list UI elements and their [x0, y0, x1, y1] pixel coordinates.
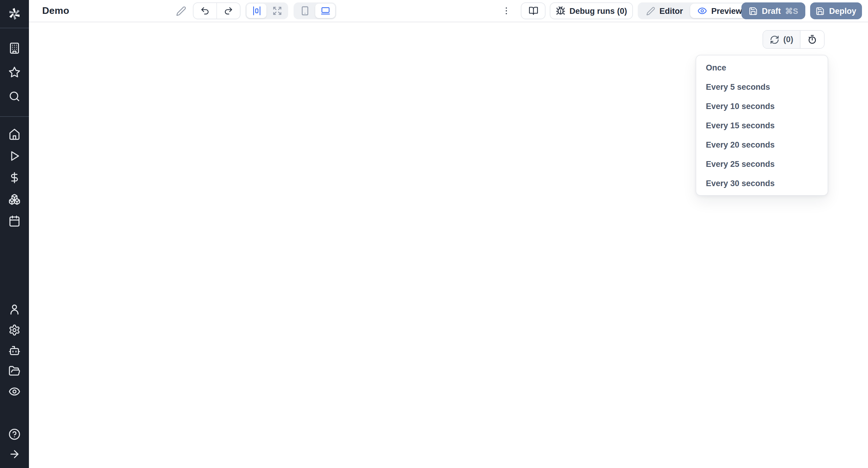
undo-button[interactable] [193, 3, 216, 19]
debug-runs-count: (0) [617, 6, 627, 15]
sidebar-item-variables[interactable] [8, 172, 21, 184]
star-icon [8, 66, 21, 78]
editor-tab-label: Editor [659, 6, 683, 15]
open-book-icon [528, 6, 538, 16]
pencil-icon [646, 6, 655, 15]
refresh-button[interactable]: (0) [763, 31, 801, 48]
more-options-button[interactable] [500, 2, 513, 19]
undo-icon [200, 6, 210, 16]
help-circle-icon [8, 428, 21, 440]
editor-tab[interactable]: Editor [639, 4, 690, 18]
rename-app-button[interactable] [174, 2, 188, 19]
menu-item-every-20s[interactable]: Every 20 seconds [696, 135, 828, 154]
robot-icon [8, 344, 21, 357]
boxes-icon [8, 193, 21, 205]
debug-runs-label: Debug runs [569, 6, 615, 15]
dollar-icon [8, 172, 21, 184]
centered-layout-button[interactable] [247, 4, 267, 18]
sidebar-item-users[interactable] [8, 304, 21, 315]
menu-item-every-15s[interactable]: Every 15 seconds [696, 115, 828, 135]
play-icon [8, 150, 21, 162]
sidebar-divider-middle [0, 116, 29, 117]
preview-tab-label: Preview [711, 6, 742, 15]
windmill-logo[interactable] [0, 0, 29, 28]
gear-icon [8, 324, 21, 336]
menu-item-every-30s[interactable]: Every 30 seconds [696, 173, 828, 193]
kebab-menu-icon [501, 6, 511, 16]
app-canvas: (0) Once Every 5 seconds Every 10 second… [29, 22, 868, 468]
timer-icon [807, 34, 817, 44]
sidebar-item-runs[interactable] [8, 150, 21, 162]
preview-tab[interactable]: Preview [690, 4, 749, 18]
device-toggle [293, 2, 336, 19]
debug-runs-button[interactable]: Debug runs (0) [550, 2, 633, 19]
sidebar-divider-top [0, 28, 29, 28]
save-icon [816, 6, 825, 15]
mobile-view-button[interactable] [295, 4, 315, 18]
arrow-right-icon [8, 448, 21, 460]
windmill-logo-icon [7, 6, 22, 22]
sidebar-item-settings[interactable] [8, 324, 21, 336]
folder-open-icon [8, 365, 21, 377]
sidebar-item-folders[interactable] [8, 365, 21, 377]
full-width-layout-button[interactable] [267, 4, 287, 18]
refresh-interval-menu: Once Every 5 seconds Every 10 seconds Ev… [695, 55, 828, 196]
pencil-icon [176, 6, 186, 16]
top-toolbar: Demo [29, 0, 868, 22]
sidebar-item-audit-logs[interactable] [8, 386, 21, 398]
save-icon [749, 6, 758, 15]
draft-label: Draft [762, 6, 781, 15]
menu-item-once[interactable]: Once [696, 58, 828, 77]
desktop-view-button[interactable] [315, 4, 335, 18]
search-icon [8, 90, 21, 102]
canvas-layout-toggle [245, 2, 288, 19]
sidebar [0, 0, 29, 468]
bug-icon [555, 6, 565, 16]
redo-icon [224, 6, 233, 16]
deploy-label: Deploy [829, 6, 856, 15]
docs-button[interactable] [521, 2, 546, 19]
main-area: Demo [29, 0, 868, 468]
page-title: Demo [42, 0, 69, 22]
editor-preview-toggle: Editor Preview [638, 2, 750, 19]
expand-icon [272, 6, 282, 16]
refresh-controls: (0) [762, 30, 825, 49]
eye-icon [8, 386, 21, 398]
sidebar-item-home[interactable] [8, 128, 21, 140]
building-icon [8, 42, 21, 54]
calendar-icon [8, 215, 21, 227]
sidebar-item-search[interactable] [8, 90, 21, 102]
draft-shortcut: ⌘S [785, 6, 798, 15]
sidebar-item-favorites[interactable] [8, 66, 21, 78]
laptop-icon [320, 6, 330, 16]
undo-redo-group [193, 2, 241, 19]
sidebar-item-workspace[interactable] [8, 42, 21, 54]
sidebar-expand-button[interactable] [8, 448, 21, 460]
user-icon [8, 304, 21, 315]
sidebar-item-schedules[interactable] [8, 215, 21, 227]
deploy-button[interactable]: Deploy [810, 2, 862, 19]
save-draft-button[interactable]: Draft ⌘S [741, 2, 805, 19]
app-root: Demo [0, 0, 868, 468]
refresh-count: (0) [783, 35, 793, 44]
smartphone-icon [300, 6, 310, 16]
sidebar-item-help[interactable] [8, 428, 21, 440]
eye-icon [698, 6, 707, 16]
menu-item-every-5s[interactable]: Every 5 seconds [696, 77, 828, 96]
refresh-schedule-button[interactable] [801, 31, 824, 48]
sidebar-item-resources[interactable] [8, 193, 21, 205]
redo-button[interactable] [216, 3, 240, 19]
sidebar-item-workers[interactable] [8, 344, 21, 357]
menu-item-every-10s[interactable]: Every 10 seconds [696, 96, 828, 115]
menu-item-every-25s[interactable]: Every 25 seconds [696, 154, 828, 173]
refresh-icon [770, 35, 779, 44]
home-icon [8, 128, 21, 140]
align-center-icon [252, 6, 261, 16]
